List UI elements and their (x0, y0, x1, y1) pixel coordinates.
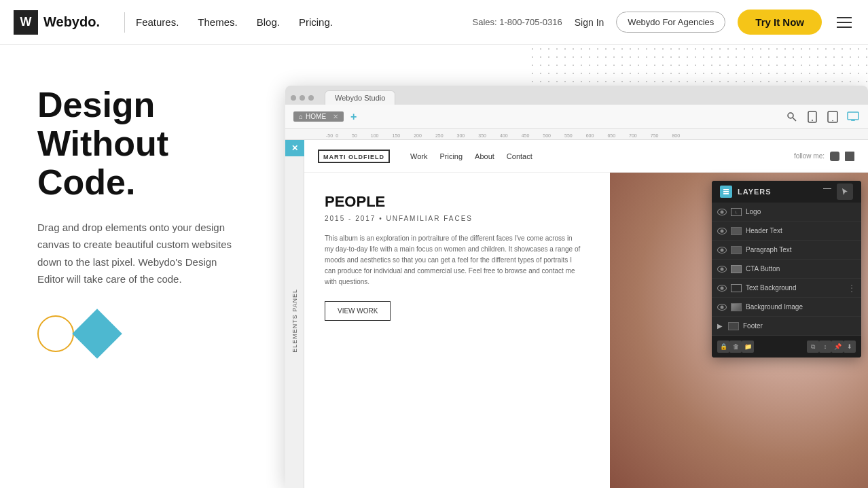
layer-name: Footer (743, 322, 856, 330)
site-nav-work[interactable]: Work (410, 152, 427, 160)
layer-name: Text Background (746, 284, 844, 292)
lock-icon[interactable]: 🔒 (717, 341, 729, 353)
pin-icon[interactable]: 📌 (831, 341, 844, 353)
text-thumb (731, 227, 742, 235)
image-thumb (731, 303, 742, 311)
close-panel-button[interactable]: ✕ (285, 140, 304, 156)
rect-thumb (731, 284, 742, 292)
svg-point-3 (812, 120, 813, 121)
layer-item-footer[interactable]: ▶ Footer (712, 317, 861, 336)
site-left-content: PEOPLE 2015 - 2017 • UNFAMILIAR FACES Th… (304, 173, 610, 488)
site-nav-contact[interactable]: Contact (507, 152, 532, 160)
folder-icon[interactable]: 📁 (742, 341, 754, 353)
eye-icon[interactable] (717, 247, 727, 254)
arrange-icon[interactable]: ↕ (819, 341, 831, 353)
browser-window: Webydo Studio ⌂ HOME ✕ + (285, 86, 868, 488)
eye-icon[interactable] (717, 304, 727, 311)
layers-icon (720, 186, 732, 198)
layer-name: CTA Button (746, 265, 856, 273)
nav-link-themes[interactable]: Themes. (198, 16, 237, 28)
site-logo: MARTI OLDFIELD (318, 150, 390, 163)
logo-text: Webydo. (43, 14, 100, 30)
layers-minimize[interactable]: — (823, 184, 831, 200)
toolbar-right-icons (785, 110, 860, 124)
footer-thumb (728, 322, 739, 330)
desktop-icon[interactable] (846, 110, 860, 124)
nav-link-features[interactable]: Features. (136, 16, 179, 28)
elements-panel: ✕ ELEMENTS PANEL (285, 140, 304, 488)
svg-rect-9 (723, 189, 729, 190)
dot-close (291, 95, 296, 101)
eye-icon[interactable] (717, 228, 727, 234)
circle-icon (37, 315, 74, 352)
browser-content: ✕ ELEMENTS PANEL MARTI OLDFIELD Work Pri… (285, 140, 868, 488)
elements-panel-label: ELEMENTS PANEL (291, 289, 298, 353)
site-follow: follow me: (794, 152, 854, 161)
agencies-button[interactable]: Webydo For Agencies (616, 12, 725, 33)
decorative-icons (37, 315, 238, 352)
logo-thumb: L (731, 208, 742, 216)
site-navbar: MARTI OLDFIELD Work Pricing About Contac… (304, 140, 868, 173)
hamburger-menu[interactable] (834, 14, 854, 31)
site-nav-pricing[interactable]: Pricing (439, 152, 463, 160)
browser-tab[interactable]: Webydo Studio (325, 90, 395, 105)
nav-right: Sales: 1-800-705-0316 Sign In Webydo For… (473, 10, 855, 35)
download-icon[interactable]: ⬇ (844, 341, 856, 353)
view-work-button[interactable]: VIEW WORK (325, 301, 391, 321)
layer-name: Paragraph Text (746, 246, 856, 254)
nav-link-blog[interactable]: Blog. (257, 16, 280, 28)
nav-links: Features. Themes. Blog. Pricing. (136, 16, 473, 28)
site-logo-text: MARTI OLDFIELD (323, 154, 384, 160)
home-tab[interactable]: ⌂ HOME ✕ (293, 111, 344, 122)
hero-panel: Design Without Code. Drag and drop eleme… (0, 45, 265, 488)
button-thumb (731, 265, 742, 273)
trash-icon[interactable]: 🗑 (729, 341, 742, 353)
try-it-now-button[interactable]: Try It Now (738, 10, 822, 35)
hero-description: Drag and drop elements onto your design … (37, 219, 238, 288)
svg-rect-10 (723, 191, 729, 192)
layer-item-background-image[interactable]: Background Image (712, 298, 861, 317)
phone-icon[interactable] (806, 110, 819, 124)
layer-item-cta-button[interactable]: CTA Button (712, 260, 861, 279)
svg-point-5 (832, 120, 833, 121)
dot-maximize (308, 95, 314, 101)
add-tab-button[interactable]: + (350, 111, 357, 123)
logo-icon: W (14, 10, 38, 35)
layer-item-paragraph-text[interactable]: Paragraph Text (712, 241, 861, 260)
navbar: W Webydo. Features. Themes. Blog. Pricin… (0, 0, 868, 45)
tablet-icon[interactable] (826, 110, 839, 124)
layer-item-header-text[interactable]: Header Text (712, 222, 861, 241)
sign-in-link[interactable]: Sign In (575, 17, 604, 28)
eye-icon[interactable] (717, 266, 727, 273)
layer-item-text-background[interactable]: Text Background ⋮ (712, 279, 861, 298)
right-panel: Webydo Studio ⌂ HOME ✕ + (265, 45, 868, 488)
browser-toolbar: ⌂ HOME ✕ + (285, 105, 868, 129)
instagram-icon[interactable] (830, 152, 839, 161)
expand-icon[interactable]: ▶ (717, 322, 723, 330)
site-hero-subtitle: 2015 - 2017 • UNFAMILIAR FACES (325, 215, 590, 222)
layers-controls: — (823, 184, 853, 200)
home-icon: ⌂ (299, 113, 303, 120)
eye-icon[interactable] (717, 209, 727, 215)
twitter-icon[interactable] (845, 152, 854, 161)
nav-link-pricing[interactable]: Pricing. (299, 16, 333, 28)
layers-list: L Logo Header Text (712, 203, 861, 336)
layers-panel: LAYERS — (712, 181, 861, 358)
layers-footer: 🔒 🗑 📁 ⧉ ↕ 📌 ⬇ (712, 336, 861, 358)
text-thumb (731, 246, 742, 254)
window-dots (291, 95, 314, 105)
hamburger-line (837, 22, 852, 23)
duplicate-icon[interactable]: ⧉ (807, 341, 819, 353)
search-toolbar-icon[interactable] (785, 110, 799, 124)
site-hero-desc: This album is an exploration in portrait… (325, 233, 583, 287)
browser-tab-bar: Webydo Studio (285, 86, 868, 105)
eye-icon[interactable] (717, 285, 727, 292)
hamburger-line (837, 27, 852, 28)
site-nav-about[interactable]: About (475, 152, 494, 160)
site-hero-title: PEOPLE (325, 193, 590, 211)
ruler: -50 0 50 100 150 200 250 300 350 400 450… (285, 129, 868, 140)
layer-options[interactable]: ⋮ (848, 283, 856, 293)
close-tab-icon[interactable]: ✕ (333, 113, 338, 120)
layers-title: LAYERS (738, 188, 818, 196)
layer-item-logo[interactable]: L Logo (712, 203, 861, 222)
